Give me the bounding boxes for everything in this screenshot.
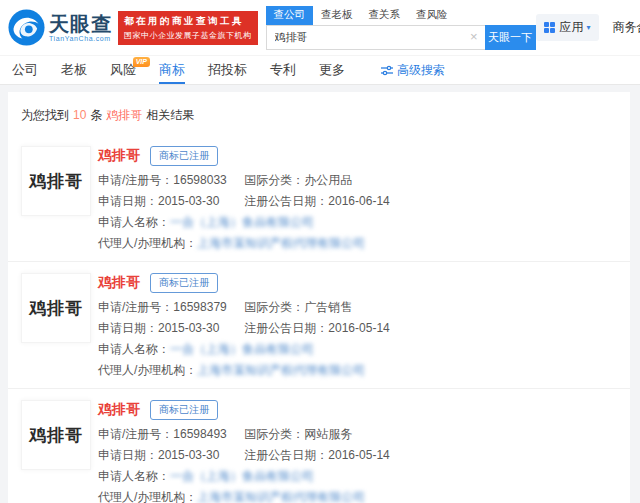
search-area: 查公司 查老板 查关系 查风险 × 天眼一下 (266, 6, 536, 50)
nav-item-patent[interactable]: 专利 (270, 56, 296, 84)
intl-class-label: 国际分类： (244, 427, 304, 441)
applicant-link[interactable]: 一合（上海）食品有限公司 (170, 215, 314, 229)
nav-item-trademark[interactable]: 商标 (159, 56, 185, 84)
logo-text: 天眼查 TianYanCha.com (49, 14, 112, 42)
announce-date-label: 注册公告日期： (244, 448, 328, 462)
agent-label: 代理人/办理机构： (98, 236, 197, 250)
detail-row-registration: 申请/注册号：16598033 国际分类：办公用品 (98, 170, 390, 191)
applicant-label: 申请人名称： (98, 215, 170, 229)
trademark-result-card: 鸡排哥 鸡排哥 商标已注册 申请/注册号：16598379 国际分类：广告销售 … (8, 261, 630, 388)
apply-date-label: 申请日期： (98, 321, 158, 335)
trademark-title-link[interactable]: 鸡排哥 (98, 401, 140, 419)
promo-banner-line2: 国家中小企业发展子基金旗下机构 (124, 30, 252, 41)
detail-row-dates: 申请日期：2015-03-30 注册公告日期：2016-05-14 (98, 445, 390, 466)
applicant-link[interactable]: 一合（上海）食品有限公司 (170, 469, 314, 483)
detail-row-registration: 申请/注册号：16598379 国际分类：广告销售 (98, 297, 390, 318)
search-keyword: 鸡排哥 (106, 108, 142, 122)
trademark-image[interactable]: 鸡排哥 (21, 146, 91, 216)
card-title-row: 鸡排哥 商标已注册 (98, 146, 390, 166)
reg-no-label: 申请/注册号： (98, 427, 173, 441)
clear-icon[interactable]: × (470, 29, 478, 45)
applicant-label: 申请人名称： (98, 469, 170, 483)
brand-name: 天眼查 (49, 14, 112, 35)
result-count: 10 (73, 108, 86, 122)
search-tabs: 查公司 查老板 查关系 查风险 (266, 6, 536, 25)
trademark-title-link[interactable]: 鸡排哥 (98, 274, 140, 292)
tianyancha-logo[interactable]: 天眼查 TianYanCha.com (8, 9, 112, 46)
detail-row-dates: 申请日期：2015-03-30 注册公告日期：2016-06-14 (98, 191, 390, 212)
results-panel: 为您找到10条鸡排哥相关结果 鸡排哥 鸡排哥 商标已注册 申请/注册号：1659… (8, 92, 630, 503)
status-badge: 商标已注册 (150, 146, 218, 166)
agent-link[interactable]: 上海市某知识产权代理有限公司 (197, 363, 365, 377)
advanced-search-label: 高级搜索 (397, 62, 445, 79)
tianyancha-logo-icon (8, 9, 45, 46)
results-summary: 为您找到10条鸡排哥相关结果 (8, 92, 630, 135)
search-tab-boss[interactable]: 查老板 (313, 6, 361, 25)
promo-banner-line1: 都在用的商业查询工具 (124, 15, 252, 28)
announce-date-value: 2016-05-14 (328, 448, 389, 462)
nav-item-more[interactable]: 更多 (319, 56, 345, 84)
announce-date-label: 注册公告日期： (244, 321, 328, 335)
filter-sliders-icon (381, 65, 393, 76)
trademark-result-card: 鸡排哥 鸡排哥 商标已注册 申请/注册号：16598493 国际分类：网站服务 … (8, 388, 630, 503)
nav-item-boss[interactable]: 老板 (61, 56, 87, 84)
nav-item-bidding[interactable]: 招投标 (208, 56, 247, 84)
search-tab-risk[interactable]: 查风险 (408, 6, 456, 25)
intl-class-label: 国际分类： (244, 300, 304, 314)
chevron-down-icon: ▾ (587, 23, 591, 32)
promo-banner: 都在用的商业查询工具 国家中小企业发展子基金旗下机构 (118, 11, 258, 45)
main-nav: 公司 老板 风险 VIP 商标 招投标 专利 更多 高级搜索 (0, 55, 640, 85)
summary-unit: 条 (90, 108, 102, 122)
vip-badge: VIP (133, 57, 150, 67)
detail-row-dates: 申请日期：2015-03-30 注册公告日期：2016-05-14 (98, 318, 390, 339)
status-badge: 商标已注册 (150, 273, 218, 293)
announce-date-value: 2016-06-14 (328, 194, 389, 208)
agent-link[interactable]: 上海市某知识产权代理有限公司 (197, 236, 365, 250)
agent-link[interactable]: 上海市某知识产权代理有限公司 (197, 490, 365, 503)
announce-date-label: 注册公告日期： (244, 194, 328, 208)
brand-domain: TianYanCha.com (49, 35, 112, 42)
search-input-wrap: × (266, 25, 485, 50)
trademark-result-card: 鸡排哥 鸡排哥 商标已注册 申请/注册号：16598033 国际分类：办公用品 … (8, 135, 630, 261)
nav-item-risk[interactable]: 风险 VIP (110, 56, 136, 84)
trademark-title-link[interactable]: 鸡排哥 (98, 147, 140, 165)
applicant-label: 申请人名称： (98, 342, 170, 356)
announce-date-value: 2016-05-14 (328, 321, 389, 335)
card-title-row: 鸡排哥 商标已注册 (98, 273, 390, 293)
detail-row-agent: 代理人/办理机构：上海市某知识产权代理有限公司 (98, 233, 390, 254)
search-tab-company[interactable]: 查公司 (266, 6, 314, 25)
apps-grid-icon (544, 22, 555, 33)
intl-class-value: 办公用品 (304, 173, 352, 187)
advanced-search-link[interactable]: 高级搜索 (381, 62, 445, 79)
apply-date-label: 申请日期： (98, 194, 158, 208)
business-cooperation-link[interactable]: 商务合作 (613, 19, 640, 36)
detail-row-applicant: 申请人名称：一合（上海）食品有限公司 (98, 339, 390, 360)
nav-item-company[interactable]: 公司 (12, 56, 38, 84)
trademark-image-text: 鸡排哥 (29, 297, 83, 320)
search-input[interactable] (266, 25, 485, 50)
content-area: 为您找到10条鸡排哥相关结果 鸡排哥 鸡排哥 商标已注册 申请/注册号：1659… (0, 85, 640, 503)
reg-no-value: 16598379 (173, 300, 226, 314)
search-row: × 天眼一下 (266, 25, 536, 50)
trademark-image[interactable]: 鸡排哥 (21, 400, 91, 470)
header: 天眼查 TianYanCha.com 都在用的商业查询工具 国家中小企业发展子基… (0, 0, 640, 55)
result-list: 鸡排哥 鸡排哥 商标已注册 申请/注册号：16598033 国际分类：办公用品 … (8, 135, 630, 503)
reg-no-label: 申请/注册号： (98, 173, 173, 187)
detail-row-agent: 代理人/办理机构：上海市某知识产权代理有限公司 (98, 360, 390, 381)
reg-no-value: 16598033 (173, 173, 226, 187)
apply-date-value: 2015-03-30 (158, 321, 219, 335)
intl-class-value: 广告销售 (304, 300, 352, 314)
card-body: 鸡排哥 商标已注册 申请/注册号：16598493 国际分类：网站服务 申请日期… (98, 400, 390, 503)
intl-class-label: 国际分类： (244, 173, 304, 187)
search-button[interactable]: 天眼一下 (485, 25, 536, 50)
trademark-image[interactable]: 鸡排哥 (21, 273, 91, 343)
detail-row-applicant: 申请人名称：一合（上海）食品有限公司 (98, 466, 390, 487)
apps-dropdown-button[interactable]: 应用 ▾ (536, 14, 599, 41)
detail-row-applicant: 申请人名称：一合（上海）食品有限公司 (98, 212, 390, 233)
card-body: 鸡排哥 商标已注册 申请/注册号：16598033 国际分类：办公用品 申请日期… (98, 146, 390, 254)
trademark-image-text: 鸡排哥 (29, 170, 83, 193)
summary-prefix: 为您找到 (21, 108, 69, 122)
search-tab-relation[interactable]: 查关系 (361, 6, 409, 25)
summary-suffix: 相关结果 (146, 108, 194, 122)
applicant-link[interactable]: 一合（上海）食品有限公司 (170, 342, 314, 356)
